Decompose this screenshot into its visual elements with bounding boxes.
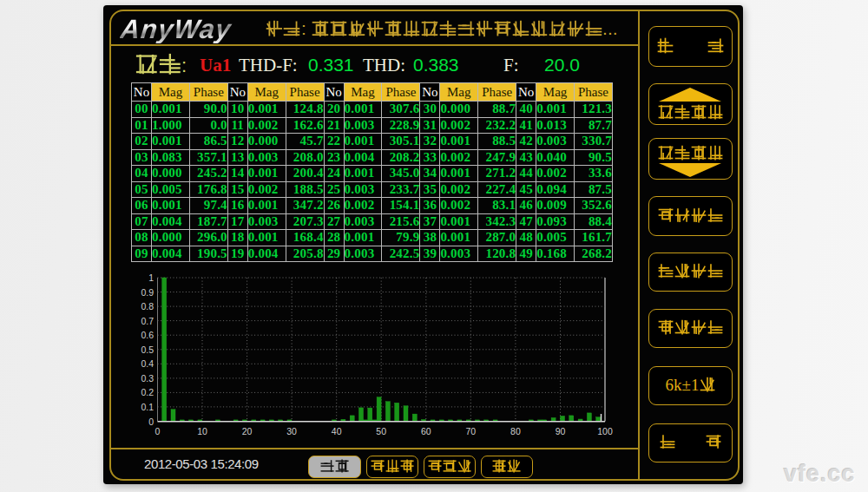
svg-text:0.6: 0.6 bbox=[141, 330, 154, 340]
svg-text:0.8: 0.8 bbox=[141, 301, 154, 312]
svg-text:0.4: 0.4 bbox=[141, 358, 154, 369]
svg-text:60: 60 bbox=[421, 426, 431, 436]
svg-text:0: 0 bbox=[155, 426, 161, 436]
svg-text:10: 10 bbox=[197, 426, 207, 436]
svg-text:1: 1 bbox=[148, 272, 154, 283]
svg-text:0.5: 0.5 bbox=[141, 344, 154, 355]
svg-text:0.9: 0.9 bbox=[141, 287, 154, 298]
svg-text:70: 70 bbox=[465, 426, 476, 436]
svg-text:50: 50 bbox=[376, 426, 386, 436]
svg-text:40: 40 bbox=[332, 426, 342, 436]
svg-text:0.3: 0.3 bbox=[141, 373, 154, 384]
svg-text:100: 100 bbox=[597, 426, 613, 436]
svg-text:90: 90 bbox=[556, 426, 566, 436]
svg-text:0.2: 0.2 bbox=[141, 387, 154, 397]
svg-text:0.1: 0.1 bbox=[141, 402, 154, 412]
svg-text:0.7: 0.7 bbox=[141, 316, 154, 326]
svg-text:0: 0 bbox=[148, 417, 154, 427]
svg-text:80: 80 bbox=[510, 426, 521, 436]
svg-text:20: 20 bbox=[242, 426, 253, 436]
svg-text:30: 30 bbox=[286, 426, 297, 436]
